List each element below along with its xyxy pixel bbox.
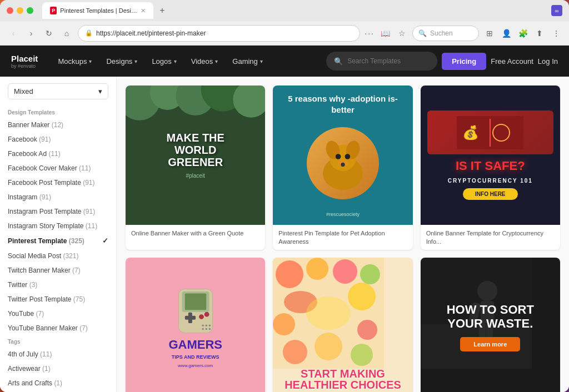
svg-point-4: [336, 154, 341, 159]
sidebar-item-facebook-cover[interactable]: Facebook Cover Maker (11): [0, 161, 116, 175]
svg-point-21: [208, 325, 211, 327]
card-image-dog: 5 reasons why -adoption is- better: [273, 86, 412, 225]
ssl-lock-icon: 🔒: [85, 29, 93, 37]
svg-rect-14: [184, 294, 206, 310]
sidebar-item-twitch[interactable]: Twitch Banner Maker (7): [0, 263, 116, 278]
sidebar-item-facebook[interactable]: Facebook (91): [0, 132, 116, 147]
green-quote-handle: #placeit: [148, 173, 243, 179]
reload-button[interactable]: ↻: [42, 27, 56, 40]
template-card-healthy[interactable]: START MAKING HEALTHIER CHOICES: [273, 258, 412, 392]
sidebar-toggle-icon[interactable]: ⊞: [483, 27, 496, 39]
active-tab[interactable]: P Pinterest Templates | Design T... ✕: [42, 2, 153, 19]
template-card-waste[interactable]: HOW TO SORT YOUR WASTE. Learn more Eco-F…: [421, 258, 560, 392]
svg-point-17: [199, 314, 204, 319]
crypto-headline: IS IT SAFE?: [456, 159, 525, 173]
mockups-chevron-icon: ▾: [89, 58, 92, 64]
crypto-sub: CRYPTOCURRENCY 101: [448, 178, 533, 184]
sidebar-tag-arts[interactable]: Arts and Crafts (1): [0, 376, 116, 390]
svg-point-37: [351, 344, 373, 366]
home-button[interactable]: ⌂: [60, 27, 73, 40]
overflow-menu-button[interactable]: ···: [365, 29, 375, 38]
maximize-button[interactable]: [27, 7, 33, 14]
template-card-green-quote[interactable]: MAKE THE WORLD GREENER #placeit Online B…: [126, 86, 265, 250]
sidebar-tag-back-to-school[interactable]: Back To School (7): [0, 390, 116, 393]
sidebar-item-twitter-post[interactable]: Twitter Post Template (75): [0, 292, 116, 306]
extension-icon[interactable]: ∞: [551, 5, 562, 16]
sidebar-item-facebook-post[interactable]: Facebook Post Template (91): [0, 175, 116, 190]
logo-area[interactable]: Placeit by #envato: [11, 54, 38, 69]
gamers-title: GAMERS: [168, 338, 222, 352]
gamers-sub: TIPS AND REVIEWS: [172, 354, 219, 361]
svg-point-32: [273, 313, 295, 335]
sidebar-item-twitter[interactable]: Twitter (3): [0, 278, 116, 292]
sidebar-item-instagram[interactable]: Instagram (91): [0, 190, 116, 204]
logo-text: Placeit: [11, 54, 38, 63]
sidebar-item-banner-maker[interactable]: Banner Maker (12): [0, 118, 116, 132]
template-card-gamers[interactable]: GAMERS TIPS AND REVIEWS www.gamers.com: [126, 258, 265, 392]
checkmark-icon: ✓: [102, 235, 108, 247]
svg-point-29: [360, 264, 380, 284]
waste-learn-more-button[interactable]: Learn more: [460, 337, 520, 351]
address-bar[interactable]: 🔒 https://placeit.net/pinterest-pin-make…: [78, 25, 360, 42]
nav-designs[interactable]: Designs ▾: [99, 53, 144, 70]
extensions-icon[interactable]: 🧩: [517, 27, 529, 39]
sidebar-item-pinterest[interactable]: Pinterest Template (325) ✓: [0, 233, 116, 249]
nav-logos[interactable]: Logos ▾: [145, 53, 183, 70]
back-button[interactable]: ‹: [7, 27, 20, 40]
search-glass-icon: 🔍: [418, 29, 427, 37]
card-image-healthy: START MAKING HEALTHIER CHOICES: [273, 258, 412, 392]
sidebar-item-youtube[interactable]: YouTube (7): [0, 306, 116, 321]
sidebar-tag-activewear[interactable]: Activewear (1): [0, 361, 116, 376]
gaming-chevron-icon: ▾: [260, 58, 263, 64]
sidebar-item-instagram-post[interactable]: Instagram Post Template (91): [0, 204, 116, 219]
card-image-waste: HOW TO SORT YOUR WASTE. Learn more: [421, 258, 560, 392]
share-icon[interactable]: ⬆: [533, 27, 546, 39]
card-label-green: Online Banner Maker with a Green Quote: [126, 225, 265, 242]
sidebar-item-instagram-story[interactable]: Instagram Story Template (11): [0, 219, 116, 233]
browser-search-field[interactable]: 🔍 Suchen: [412, 26, 479, 41]
login-button[interactable]: Log In: [538, 57, 558, 66]
nav-gaming[interactable]: Gaming ▾: [226, 53, 269, 70]
browser-titlebar: P Pinterest Templates | Design T... ✕ + …: [0, 0, 569, 21]
content-area: MAKE THE WORLD GREENER #placeit Online B…: [117, 77, 569, 392]
header-search[interactable]: 🔍 Search Templates: [326, 52, 437, 71]
crypto-image-area: 💰: [427, 110, 553, 155]
free-account-button[interactable]: Free Account: [491, 57, 533, 66]
tab-close-icon[interactable]: ✕: [141, 7, 146, 14]
header-right: 🔍 Search Templates Pricing Free Account …: [326, 52, 558, 71]
nav-videos[interactable]: Videos ▾: [184, 53, 225, 70]
close-button[interactable]: [7, 7, 13, 14]
card-image-gamers: GAMERS TIPS AND REVIEWS www.gamers.com: [126, 258, 265, 392]
nav-mockups[interactable]: Mockups ▾: [51, 53, 98, 70]
svg-point-35: [283, 340, 307, 364]
card-label-crypto: Online Banner Template for Cryptocurrenc…: [421, 225, 560, 250]
sidebar: Mixed ▾ Design Templates Banner Maker (1…: [0, 77, 117, 392]
header-search-placeholder: Search Templates: [347, 57, 401, 65]
sidebar-tag-4th-july[interactable]: 4th of July (11): [0, 347, 116, 361]
card-label-dog: Pinterest Pin Template for Pet Adoption …: [273, 225, 412, 250]
bookmark-icon[interactable]: ☆: [396, 27, 408, 39]
svg-point-31: [348, 283, 376, 310]
forward-button[interactable]: ›: [24, 27, 38, 40]
logo-sub-text: by #envato: [11, 63, 36, 69]
sidebar-item-facebook-ad[interactable]: Facebook Ad (11): [0, 147, 116, 161]
svg-point-40: [477, 281, 497, 301]
svg-point-20: [205, 325, 207, 327]
svg-point-27: [306, 258, 328, 280]
pricing-button[interactable]: Pricing: [442, 53, 486, 70]
search-placeholder: Suchen: [430, 29, 453, 37]
reader-mode-icon[interactable]: 📖: [379, 27, 391, 39]
waste-headline: HOW TO SORT YOUR WASTE.: [430, 303, 551, 330]
nav-menu: Mockups ▾ Designs ▾ Logos ▾ Videos ▾ Gam…: [51, 53, 326, 70]
profile-icon[interactable]: 👤: [500, 27, 512, 39]
minimize-button[interactable]: [17, 7, 23, 14]
sidebar-item-social-media[interactable]: Social Media Post (321): [0, 249, 116, 263]
svg-point-5: [345, 154, 351, 159]
new-tab-button[interactable]: +: [156, 4, 169, 17]
filter-dropdown[interactable]: Mixed ▾: [8, 83, 108, 99]
svg-text:💰: 💰: [462, 124, 479, 140]
more-tools-icon[interactable]: ⋮: [550, 27, 562, 39]
template-card-crypto[interactable]: 💰 IS IT SAFE? CRYPTOCURRENCY 101 INFO HE…: [421, 86, 560, 250]
template-card-dog[interactable]: 5 reasons why -adoption is- better: [273, 86, 412, 250]
sidebar-item-youtube-banner[interactable]: YouTube Banner Maker (7): [0, 321, 116, 335]
